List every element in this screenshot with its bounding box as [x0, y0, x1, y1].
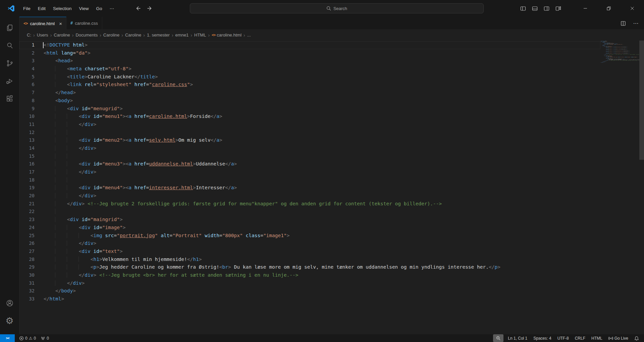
code-line-33[interactable]: 33</html>	[19, 295, 600, 303]
breadcrumb-item[interactable]: 1. semester	[147, 32, 170, 38]
warning-count: 0	[34, 336, 36, 341]
breadcrumb-item[interactable]: emne1	[175, 32, 189, 38]
code-line-14[interactable]: 14 </div>	[19, 144, 600, 152]
code-line-27[interactable]: 27 <div id="text">	[19, 248, 600, 256]
code-line-2[interactable]: 2<html lang="da">	[19, 49, 600, 57]
explorer-icon[interactable]	[0, 19, 19, 37]
code-line-23[interactable]: 23 <div id="maingrid">	[19, 216, 600, 224]
breadcrumb-item[interactable]: Users	[37, 32, 48, 38]
minimize-button[interactable]	[574, 0, 597, 17]
code-line-22[interactable]: 22	[19, 208, 600, 216]
code-line-26[interactable]: 26 </div>	[19, 240, 600, 248]
more-actions-icon[interactable]: ⋯	[631, 19, 641, 28]
code-line-19[interactable]: 19 <div id="menu4"><a href=interesser.ht…	[19, 184, 600, 192]
breadcrumb-item[interactable]: Caroline	[125, 32, 141, 38]
code-line-31[interactable]: 31 </div>	[19, 279, 600, 287]
search-box[interactable]: Search	[190, 3, 484, 13]
code-line-12[interactable]: 12	[19, 129, 600, 137]
code-line-7[interactable]: 7 </head>	[19, 89, 600, 97]
remote-indicator[interactable]: ><	[0, 334, 15, 342]
code-line-11[interactable]: 11 </div>	[19, 121, 600, 129]
breadcrumb-item[interactable]: C:	[27, 32, 31, 38]
split-editor-icon[interactable]	[619, 19, 628, 28]
code-line-1[interactable]: 1<!DOCTYPE html>	[19, 41, 600, 49]
indentation-indicator[interactable]: Spaces: 4	[530, 334, 554, 342]
tab-caroline-html[interactable]: <> caroline.html ×	[19, 17, 66, 30]
toggle-secondary-sidebar-icon[interactable]	[541, 0, 552, 17]
code-line-24[interactable]: 24 <div id="image">	[19, 224, 600, 232]
line-number: 17	[19, 168, 35, 176]
problems-indicator[interactable]: 0 ⚠ 0	[17, 334, 38, 342]
breadcrumb-item[interactable]: Caroline	[103, 32, 119, 38]
code-line-28[interactable]: 28 <h1>Velkommen til min hjemmeside!</h1…	[19, 256, 600, 264]
code-line-5[interactable]: 5 <title>Caroline Lackner</title>	[19, 73, 600, 81]
language-indicator[interactable]: HTML	[588, 334, 605, 342]
code-line-16[interactable]: 16 <div id="menu3"><a href=uddannelse.ht…	[19, 160, 600, 168]
line-number: 10	[19, 113, 35, 121]
code-line-32[interactable]: 32 </body>	[19, 287, 600, 295]
code-line-6[interactable]: 6 <link rel="stylesheet" href="caroline.…	[19, 81, 600, 89]
account-icon[interactable]	[0, 294, 19, 312]
toggle-panel-icon[interactable]	[529, 0, 541, 17]
menu-selection[interactable]: Selection	[49, 4, 75, 13]
code-line-20[interactable]: 20 </div>	[19, 192, 600, 200]
settings-gear-icon[interactable]: ⚙	[0, 312, 19, 330]
line-number: 23	[19, 216, 35, 224]
notifications-bell[interactable]	[631, 334, 642, 342]
toggle-primary-sidebar-icon[interactable]	[517, 0, 529, 17]
line-number: 7	[19, 89, 35, 97]
code-line-3[interactable]: 3 <head>	[19, 57, 600, 65]
encoding-indicator[interactable]: UTF-8	[554, 334, 572, 342]
tab-caroline-css[interactable]: # caroline.css	[66, 17, 102, 30]
cursor-position[interactable]: Ln 1, Col 1	[505, 334, 530, 342]
code-line-29[interactable]: 29 <p>Jeg hedder Caroline og kommer fra …	[19, 263, 600, 271]
customize-layout-icon[interactable]	[552, 0, 564, 17]
code-line-15[interactable]: 15	[19, 152, 600, 160]
radio-tower-icon	[41, 336, 45, 341]
tab-label: caroline.html	[30, 21, 55, 26]
back-button[interactable]	[135, 5, 141, 11]
line-number: 3	[19, 57, 35, 65]
code-line-10[interactable]: 10 <div id="menu1"><a href=caroline.html…	[19, 113, 600, 121]
code-line-9[interactable]: 9 <div id="menugrid">	[19, 105, 600, 113]
chevron-right-icon: ›	[143, 32, 145, 38]
eol-indicator[interactable]: CRLF	[572, 334, 588, 342]
code-line-4[interactable]: 4 <meta charset="utf-8">	[19, 65, 600, 73]
code-line-17[interactable]: 17 </div>	[19, 168, 600, 176]
minimap[interactable]: <!DOCTYPE html><html lang="da"> <head> <…	[600, 41, 639, 323]
search-sidebar-icon[interactable]	[0, 37, 19, 54]
close-tab-icon[interactable]: ×	[59, 21, 62, 26]
menu-more[interactable]: ⋯	[106, 4, 118, 13]
run-debug-icon[interactable]	[0, 72, 19, 90]
line-number: 13	[19, 136, 35, 144]
close-window-button[interactable]	[621, 0, 644, 17]
code-line-21[interactable]: 21 </div> <!--Jeg brugte 2 forskellige g…	[19, 200, 600, 208]
go-live-button[interactable]: Go Live	[605, 334, 631, 342]
css-file-icon: #	[70, 21, 72, 25]
menu-file[interactable]: File	[19, 4, 34, 13]
code-line-18[interactable]: 18	[19, 176, 600, 184]
breadcrumb-item[interactable]: HTML	[194, 32, 206, 38]
breadcrumb-item[interactable]: <>caroline.html	[212, 32, 241, 38]
breadcrumb-item[interactable]: Caroline	[54, 32, 70, 38]
code-line-30[interactable]: 30 </div> <!--Jeg brugte <br> her for at…	[19, 271, 600, 279]
zoom-indicator[interactable]	[493, 334, 503, 342]
breadcrumb-item[interactable]: ...	[247, 32, 251, 38]
code-line-13[interactable]: 13 <div id="menu2"><a href=selv.html>Om …	[19, 136, 600, 144]
restore-button[interactable]	[597, 0, 621, 17]
menu-go[interactable]: Go	[93, 4, 106, 13]
menu-view[interactable]: View	[75, 4, 93, 13]
extensions-icon[interactable]	[0, 90, 19, 108]
forward-button[interactable]	[147, 5, 153, 11]
scrollbar-vertical[interactable]	[639, 41, 644, 160]
title-bar: FileEditSelectionViewGo⋯ Search	[0, 0, 644, 17]
line-number: 6	[19, 81, 35, 89]
chevron-right-icon: ›	[208, 32, 210, 38]
code-line-8[interactable]: 8 <body>	[19, 97, 600, 105]
code-line-25[interactable]: 25 <img src="portrait.jpg" alt="Portrait…	[19, 232, 600, 240]
breadcrumb-item[interactable]: Documents	[75, 32, 98, 38]
source-control-icon[interactable]	[0, 54, 19, 72]
ports-indicator[interactable]: 0	[38, 334, 51, 342]
editor[interactable]: 1<!DOCTYPE html>2<html lang="da">3 <head…	[19, 40, 644, 334]
menu-edit[interactable]: Edit	[34, 4, 49, 13]
